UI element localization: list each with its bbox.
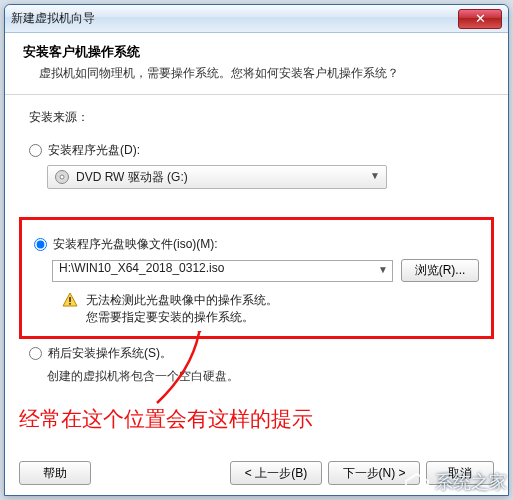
option-installer-disc[interactable]: 安装程序光盘(D):: [29, 142, 484, 159]
warning-icon: [62, 292, 78, 308]
svg-rect-4: [69, 303, 71, 305]
iso-path-value: H:\WIN10_X64_2018_0312.iso: [59, 261, 224, 275]
drive-dropdown[interactable]: DVD RW 驱动器 (G:) ▼: [47, 165, 387, 189]
radio-install-later[interactable]: [29, 347, 42, 360]
svg-point-1: [60, 175, 64, 179]
wizard-body: 安装来源： 安装程序光盘(D): DVD RW 驱动器 (G:) ▼ 安装程序光…: [5, 95, 508, 385]
install-source-label: 安装来源：: [29, 109, 484, 126]
iso-warning: 无法检测此光盘映像中的操作系统。 您需要指定要安装的操作系统。: [62, 292, 479, 326]
wizard-window: 新建虚拟机向导 ✕ 安装客户机操作系统 虚拟机如同物理机，需要操作系统。您将如何…: [4, 4, 509, 496]
close-button[interactable]: ✕: [458, 9, 502, 29]
next-button[interactable]: 下一步(N) >: [328, 461, 420, 485]
help-button[interactable]: 帮助: [19, 461, 91, 485]
option-disc-label: 安装程序光盘(D):: [48, 142, 140, 159]
cancel-button[interactable]: 取消: [426, 461, 494, 485]
option-iso-label: 安装程序光盘映像文件(iso)(M):: [53, 236, 218, 253]
header-title: 安装客户机操作系统: [23, 43, 492, 61]
warning-line1: 无法检测此光盘映像中的操作系统。: [86, 292, 278, 309]
titlebar: 新建虚拟机向导 ✕: [5, 5, 508, 33]
chevron-down-icon: ▼: [378, 264, 388, 275]
option-iso-file[interactable]: 安装程序光盘映像文件(iso)(M):: [34, 236, 479, 253]
wizard-header: 安装客户机操作系统 虚拟机如同物理机，需要操作系统。您将如何安装客户机操作系统？: [5, 33, 508, 95]
radio-iso-file[interactable]: [34, 238, 47, 251]
browse-button[interactable]: 浏览(R)...: [401, 259, 479, 282]
back-button[interactable]: < 上一步(B): [230, 461, 322, 485]
iso-path-combobox[interactable]: H:\WIN10_X64_2018_0312.iso ▼: [52, 260, 393, 282]
warning-text: 无法检测此光盘映像中的操作系统。 您需要指定要安装的操作系统。: [86, 292, 278, 326]
option-install-later[interactable]: 稍后安装操作系统(S)。: [29, 345, 484, 362]
drive-text: DVD RW 驱动器 (G:): [76, 169, 188, 186]
annotation-highlight-box: 安装程序光盘映像文件(iso)(M): H:\WIN10_X64_2018_03…: [19, 217, 494, 339]
cd-drive-icon: [54, 169, 70, 185]
close-icon: ✕: [475, 12, 486, 25]
chevron-down-icon: ▼: [370, 170, 380, 181]
window-title: 新建虚拟机向导: [11, 10, 458, 27]
warning-line2: 您需要指定要安装的操作系统。: [86, 309, 278, 326]
option-later-sub: 创建的虚拟机将包含一个空白硬盘。: [47, 368, 484, 385]
radio-installer-disc[interactable]: [29, 144, 42, 157]
header-subtitle: 虚拟机如同物理机，需要操作系统。您将如何安装客户机操作系统？: [39, 65, 492, 82]
wizard-footer: 帮助 < 上一步(B) 下一步(N) > 取消: [5, 461, 508, 485]
option-later-label: 稍后安装操作系统(S)。: [48, 345, 172, 362]
annotation-text: 经常在这个位置会有这样的提示: [19, 405, 313, 433]
svg-rect-3: [69, 297, 71, 302]
